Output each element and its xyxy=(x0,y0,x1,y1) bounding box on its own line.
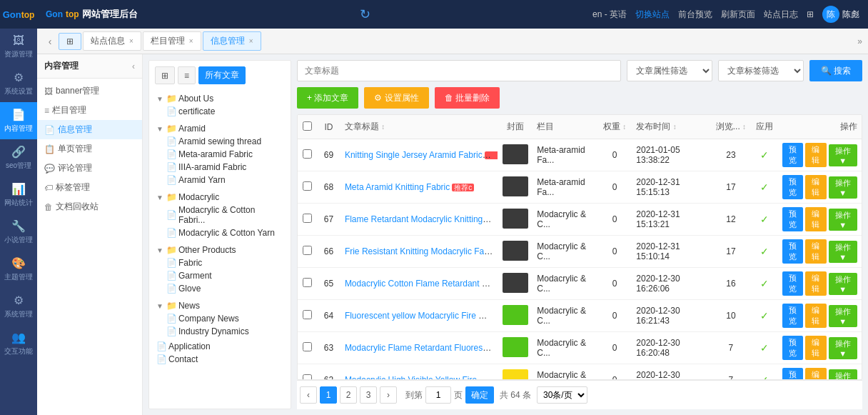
more-button[interactable]: 操作 ▼ xyxy=(829,144,857,166)
sidebar-item-banner[interactable]: 🖼 banner管理 xyxy=(37,81,142,101)
tab-column-close[interactable]: × xyxy=(189,37,193,45)
tree-node-modacrylic-row[interactable]: ▼ 📁 Modacrylic xyxy=(155,191,285,204)
tree-leaf-fabric[interactable]: 📄 Fabric xyxy=(165,256,285,269)
th-title[interactable]: 文章标题 ↕ xyxy=(340,115,498,139)
news-toggle[interactable]: ▼ xyxy=(156,302,163,310)
page-btn-1[interactable]: 1 xyxy=(320,386,337,404)
tree-leaf-modacrylic-cotton-fabri[interactable]: 📄 Modacrylic & Cotton Fabri... xyxy=(165,204,285,226)
title-link[interactable]: Knitting Single Jersey Aramid Fabric xyxy=(345,150,491,160)
edit-button[interactable]: 编辑 xyxy=(805,239,826,264)
edit-button[interactable]: 编辑 xyxy=(805,175,826,199)
view-button[interactable]: 预览 xyxy=(782,271,803,296)
page-btn-3[interactable]: 3 xyxy=(360,386,377,404)
tree-leaf-certificate[interactable]: 📄 certificate xyxy=(165,105,285,118)
more-button[interactable]: 操作 ▼ xyxy=(829,273,857,295)
sidebar-item-single-page[interactable]: 📋 单页管理 xyxy=(37,139,142,159)
page-btn-2[interactable]: 2 xyxy=(340,386,357,404)
sidebar-item-content[interactable]: 📄 内容管理 xyxy=(0,102,37,139)
sidebar-item-system-settings[interactable]: ⚙ 系统设置 xyxy=(0,65,37,102)
edit-button[interactable]: 编辑 xyxy=(805,207,826,231)
select-all-checkbox[interactable] xyxy=(303,121,312,131)
set-attr-button[interactable]: ⚙ 设置属性 xyxy=(364,87,428,109)
sidebar-item-recycle[interactable]: 🗑 文档回收站 xyxy=(37,197,142,216)
aramid-toggle[interactable]: ▼ xyxy=(156,125,163,133)
about-us-toggle[interactable]: ▼ xyxy=(156,95,163,103)
view-button[interactable]: 预览 xyxy=(782,207,803,231)
row-checkbox[interactable] xyxy=(303,374,312,380)
tree-leaf-company-news[interactable]: 📄 Company News xyxy=(165,312,285,325)
page-next-button[interactable]: › xyxy=(380,386,397,404)
tree-leaf-meta-aramid[interactable]: 📄 Meta-aramid Fabric xyxy=(165,148,285,161)
tab-column-mgmt[interactable]: 栏目管理 × xyxy=(143,31,201,51)
tree-leaf-aramid-yarn[interactable]: 📄 Aramid Yarn xyxy=(165,174,285,186)
view-button[interactable]: 预览 xyxy=(782,368,803,380)
page-size-select[interactable]: 30条/页 xyxy=(537,386,587,404)
more-button[interactable]: 操作 ▼ xyxy=(829,176,857,199)
more-button[interactable]: 操作 ▼ xyxy=(829,337,857,359)
expand-icon[interactable]: ⊞ xyxy=(807,9,814,19)
th-views[interactable]: 浏览... ↕ xyxy=(712,115,750,139)
sidebar-item-comments[interactable]: 💬 评论管理 xyxy=(37,159,142,178)
title-link[interactable]: Modacrylic High Visible Yellow Fire Resi… xyxy=(345,375,498,380)
th-weight[interactable]: 权重 ↕ xyxy=(597,115,632,139)
tab-info-close[interactable]: × xyxy=(249,37,253,45)
row-checkbox[interactable] xyxy=(303,149,312,159)
site-log-button[interactable]: 站点日志 xyxy=(764,9,798,21)
tree-leaf-industry-dynamics[interactable]: 📄 Industry Dynamics xyxy=(165,325,285,338)
title-link[interactable]: Flame Retardant Modacrylic Knitting Fabr… xyxy=(345,214,498,224)
view-button[interactable]: 预览 xyxy=(782,304,803,328)
sub-sidebar-collapse[interactable]: ‹ xyxy=(132,61,135,71)
sidebar-item-resources[interactable]: 🖼 资源管理 xyxy=(0,29,37,65)
batch-delete-button[interactable]: 🗑 批量删除 xyxy=(435,87,500,109)
tree-view-btn-grid[interactable]: ⊞ xyxy=(155,66,175,84)
tree-node-aramid-row[interactable]: ▼ 📁 Aramid xyxy=(155,122,285,135)
page-confirm-button[interactable]: 确定 xyxy=(465,386,494,404)
edit-button[interactable]: 编辑 xyxy=(805,143,826,167)
view-button[interactable]: 预览 xyxy=(782,239,803,264)
more-button[interactable]: 操作 ▼ xyxy=(829,305,857,327)
sidebar-item-interact[interactable]: 👥 交互功能 xyxy=(0,325,37,362)
article-tag-filter[interactable]: 文章标签筛选 xyxy=(718,60,804,81)
tree-leaf-modacrylic-cotton-yarn[interactable]: 📄 Modacrylic & Cotton Yarn xyxy=(165,226,285,239)
tree-node-other-products-row[interactable]: ▼ 📁 Other Products xyxy=(155,244,285,256)
view-button[interactable]: 预览 xyxy=(782,175,803,199)
refresh-icon[interactable]: ↻ xyxy=(360,6,370,22)
tree-node-news-row[interactable]: ▼ 📁 News xyxy=(155,299,285,312)
other-products-toggle[interactable]: ▼ xyxy=(156,246,163,254)
language-selector[interactable]: en - 英语 xyxy=(592,9,627,21)
title-link[interactable]: Modacrylic Flame Retardant Fluorescent y… xyxy=(345,343,498,353)
edit-button[interactable]: 编辑 xyxy=(805,304,826,328)
add-article-button[interactable]: + 添加文章 xyxy=(297,87,358,109)
title-link[interactable]: Modacrylic Cotton Flame Retardant Fabric… xyxy=(345,279,498,289)
refresh-page-button[interactable]: 刷新页面 xyxy=(721,9,755,21)
sidebar-item-novel[interactable]: 🔧 小说管理 xyxy=(0,214,37,251)
edit-button[interactable]: 编辑 xyxy=(805,271,826,296)
tab-nav-left[interactable]: ‹ xyxy=(43,33,57,50)
row-checkbox[interactable] xyxy=(303,214,312,223)
tree-view-btn-list[interactable]: ≡ xyxy=(178,66,196,84)
page-number-input[interactable] xyxy=(425,386,451,404)
row-checkbox[interactable] xyxy=(303,342,312,351)
more-button[interactable]: 操作 ▼ xyxy=(829,369,857,381)
tree-leaf-garment[interactable]: 📄 Garment xyxy=(165,269,285,282)
title-link[interactable]: Frie Resistant Knitting Modacrylic Fabri… xyxy=(345,246,498,256)
tree-leaf-application[interactable]: 📄 Application xyxy=(155,340,285,353)
search-title-input[interactable] xyxy=(297,60,621,81)
tree-leaf-glove[interactable]: 📄 Glove xyxy=(165,282,285,295)
modacrylic-toggle[interactable]: ▼ xyxy=(156,194,163,201)
row-checkbox[interactable] xyxy=(303,278,312,287)
edit-button[interactable]: 编辑 xyxy=(805,336,826,360)
search-button[interactable]: 🔍 搜索 xyxy=(809,60,862,81)
tab-site-info[interactable]: 站点信息 × xyxy=(83,31,141,51)
tab-info-mgmt[interactable]: 信息管理 × xyxy=(203,31,261,51)
tree-leaf-contact[interactable]: 📄 Contact xyxy=(155,353,285,366)
edit-button[interactable]: 编辑 xyxy=(805,368,826,380)
article-attr-filter[interactable]: 文章属性筛选 xyxy=(627,60,712,81)
row-checkbox[interactable] xyxy=(303,310,312,319)
sidebar-item-info[interactable]: 📄 信息管理 xyxy=(37,120,142,139)
sidebar-item-columns[interactable]: ≡ 栏目管理 xyxy=(37,101,142,120)
tree-node-about-us-row[interactable]: ▼ 📁 About Us xyxy=(155,92,285,105)
sidebar-item-theme[interactable]: 🎨 主题管理 xyxy=(0,251,37,288)
sidebar-item-tags[interactable]: 🏷 标签管理 xyxy=(37,178,142,197)
th-date[interactable]: 发布时间 ↕ xyxy=(632,115,711,139)
